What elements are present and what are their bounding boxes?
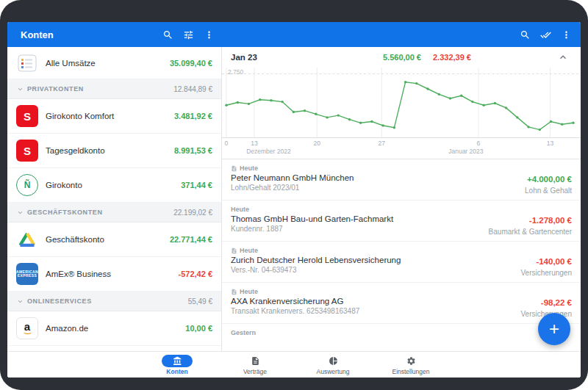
transactions-panel: Jan 23 5.560,00 € 2.332,39 € 2.750 01320…	[222, 47, 581, 351]
transaction-date: Heute	[231, 288, 492, 295]
account-label: Tagesgeldkonto	[46, 146, 174, 155]
sparkasse-logo: S	[16, 105, 38, 127]
x-tick-label: 0	[224, 140, 228, 147]
account-balance: 8.991,53 €	[174, 146, 212, 155]
transaction-amount: -1.278,00 €	[529, 216, 572, 225]
tablet-frame: Konten	[0, 0, 588, 390]
month-label: Januar 2023	[448, 148, 483, 155]
x-tick-label: 6	[477, 140, 481, 147]
sidebar-item-amex-business[interactable]: AMERICAN EXPRESS AmEx® Business -572,42 …	[7, 257, 221, 292]
done-all-icon[interactable]	[535, 24, 556, 45]
transaction-title: AXA Krankenversicherung AG	[231, 297, 492, 306]
date-text: Heute	[240, 288, 258, 295]
plus-icon: +	[549, 319, 559, 339]
nav-label: Einstellungen	[392, 368, 429, 375]
app-bar-right	[514, 24, 581, 45]
transaction-date: Gestern	[231, 329, 492, 336]
transaction-title: Peter Neumann GmbH München	[231, 173, 492, 182]
sidebar-item-tagesgeldkonto[interactable]: S Tagesgeldkonto 8.991,53 €	[7, 134, 221, 168]
transaction-date-group: Gestern	[222, 324, 581, 344]
income-total: 5.560,00 €	[383, 53, 421, 62]
transaction-title: Thomas GmbH Bau-und Garten-Fachmarkt	[231, 214, 492, 223]
section-label: PRIVATKONTEN	[27, 85, 84, 93]
section-total: 12.844,89 €	[173, 85, 212, 93]
transaction-subtitle: Vers.-Nr. 04-639473	[231, 266, 492, 274]
reference-line-label: 2.750	[228, 68, 243, 76]
transaction-row[interactable]: Heute Zurich Deutscher Herold Lebensvers…	[222, 242, 581, 283]
receipt-icon	[231, 289, 237, 295]
content-area: Alle Umsätze 35.099,40 € PRIVATKONTEN 12…	[7, 47, 581, 351]
page-title: Konten	[21, 29, 157, 40]
date-text: Gestern	[231, 329, 256, 336]
more-options-icon[interactable]	[556, 24, 576, 45]
transaction-row[interactable]: Heute Thomas GmbH Bau-und Garten-Fachmar…	[222, 201, 581, 242]
bank-icon	[162, 355, 193, 367]
chevron-down-icon	[16, 209, 24, 217]
search-transactions-icon[interactable]	[514, 24, 535, 45]
income-expense-summary: 5.560,00 € 2.332,39 €	[301, 53, 553, 62]
expense-total: 2.332,39 €	[433, 53, 471, 62]
nav-tab-auswertung[interactable]: Auswertung	[306, 355, 359, 375]
sidebar-item-all-transactions[interactable]: Alle Umsätze 35.099,40 €	[7, 47, 221, 79]
nav-label: Verträge	[243, 368, 267, 375]
chevron-down-icon	[16, 297, 24, 306]
nav-tab-vertraege[interactable]: Verträge	[229, 355, 282, 375]
x-tick-label: 20	[314, 140, 320, 147]
transaction-row[interactable]: Heute Peter Neumann GmbH München Lohn/Ge…	[222, 159, 581, 201]
sidebar-item-girokonto-komfort[interactable]: S Girokonto Komfort 3.481,92 €	[7, 99, 221, 134]
amex-logo: AMERICAN EXPRESS	[16, 263, 38, 285]
search-icon[interactable]	[157, 24, 178, 45]
transaction-amount: +4.000,00 €	[527, 175, 572, 184]
transaction-amount: -140,00 €	[536, 257, 572, 266]
transactions-list: Heute Peter Neumann GmbH München Lohn/Ge…	[222, 159, 581, 351]
x-tick-label: 13	[251, 140, 257, 147]
date-text: Heute	[231, 206, 249, 213]
gear-icon	[395, 355, 426, 367]
nav-tab-konten[interactable]: Konten	[151, 355, 204, 375]
account-label: Geschäftskonto	[46, 235, 170, 244]
section-label: GESCHÄFTSKONTEN	[27, 209, 103, 216]
transaction-category: Baumarkt & Gartencenter	[489, 228, 572, 236]
drive-triangle-logo	[16, 228, 38, 250]
account-balance: 35.099,40 €	[170, 59, 212, 68]
sidebar-item-amazon[interactable]: a Amazon.de 10,00 €	[7, 311, 221, 346]
collapse-chart-icon[interactable]	[553, 47, 573, 68]
nav-tab-einstellungen[interactable]: Einstellungen	[384, 355, 437, 375]
section-label: ONLINESERVICES	[27, 297, 92, 305]
chevron-down-icon	[16, 85, 24, 93]
account-balance: 22.771,44 €	[170, 235, 212, 244]
sidebar-item-girokonto[interactable]: Ñ Girokonto 371,44 €	[7, 168, 221, 203]
account-label: Girokonto	[46, 181, 181, 189]
section-total: 55,49 €	[188, 297, 212, 306]
account-balance: 10,00 €	[185, 324, 212, 333]
add-transaction-fab[interactable]: +	[538, 313, 570, 345]
section-total: 22.199,02 €	[173, 209, 212, 217]
balance-line-chart	[222, 68, 581, 138]
transaction-date: Heute	[231, 247, 492, 254]
section-privatkonten[interactable]: PRIVATKONTEN 12.844,89 €	[7, 79, 221, 99]
app-bar: Konten	[7, 22, 581, 47]
x-tick-label: 27	[378, 140, 384, 147]
amazon-smile-arc	[23, 329, 32, 334]
month-label: Dezember 2022	[246, 148, 290, 155]
receipt-icon	[231, 165, 237, 172]
accounts-sidebar: Alle Umsätze 35.099,40 € PRIVATKONTEN 12…	[7, 47, 222, 351]
transaction-date: Heute	[231, 206, 492, 213]
filter-icon[interactable]	[178, 24, 198, 45]
more-menu-icon[interactable]	[198, 24, 219, 45]
section-onlineservices[interactable]: ONLINESERVICES 55,49 €	[7, 292, 221, 311]
balance-chart: 2.750 0132027613Dezember 2022Januar 2023	[222, 68, 581, 159]
account-label: Girokonto Komfort	[46, 112, 174, 120]
transaction-row[interactable]: Heute AXA Krankenversicherung AG Transak…	[222, 283, 581, 324]
amex-logo-line2: EXPRESS	[18, 274, 37, 278]
chart-header: Jan 23 5.560,00 € 2.332,39 €	[222, 47, 581, 68]
transaction-category: Versicherungen	[521, 269, 573, 277]
account-balance: 3.481,92 €	[174, 112, 212, 120]
nav-label: Auswertung	[317, 368, 350, 375]
sidebar-item-geschaeftskonto[interactable]: Geschäftskonto 22.771,44 €	[7, 223, 221, 257]
section-geschaeftskonten[interactable]: GESCHÄFTSKONTEN 22.199,02 €	[7, 203, 221, 223]
date-text: Heute	[240, 165, 258, 172]
amazon-logo: a	[16, 317, 38, 339]
transaction-subtitle: Lohn/Gehalt 2023/01	[231, 184, 492, 192]
transaction-category: Lohn & Gehalt	[525, 187, 572, 195]
